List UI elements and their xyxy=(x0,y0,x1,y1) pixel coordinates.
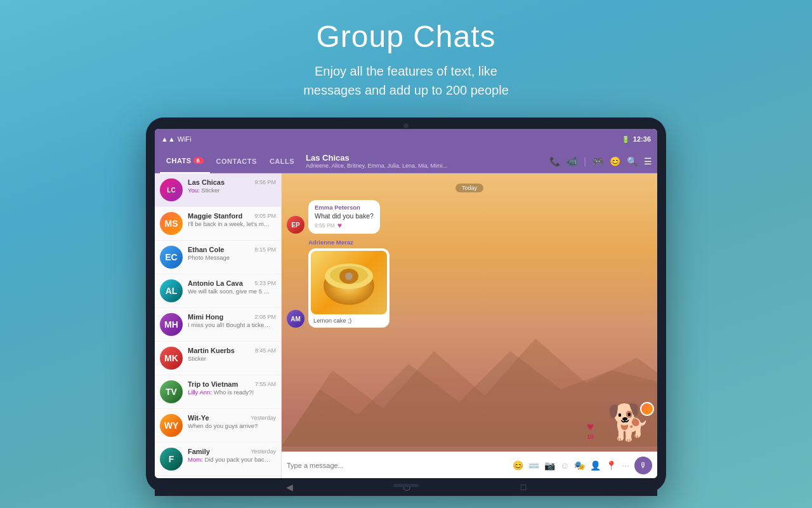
chat-name-row: Maggie Stanford 9:05 PM xyxy=(188,212,276,220)
status-bar-left: ▲▲ WiFi xyxy=(161,135,212,143)
image-caption: Lemon cake ;) xyxy=(311,314,387,325)
chat-time: 8:15 PM xyxy=(254,246,276,253)
tab-calls-label: CALLS xyxy=(270,157,294,165)
list-item[interactable]: EC Ethan Cole 8:15 PM Photo Message xyxy=(155,241,281,274)
tablet-frame: ▲▲ WiFi 🔋 12:36 CHATS 6 CONTACTS CALLS L… xyxy=(146,117,666,492)
avatar: EC xyxy=(160,246,183,269)
heart-reaction-icon: ♥ xyxy=(337,221,342,230)
gif-icon[interactable]: 🎭 xyxy=(574,460,585,471)
tab-chats-badge: 6 xyxy=(193,157,204,164)
list-item[interactable]: MK Martin Kuerbs 8:45 AM Sticker xyxy=(155,342,281,375)
menu-icon[interactable]: ☰ xyxy=(644,156,652,166)
search-icon[interactable]: 🔍 xyxy=(627,156,638,166)
tablet-screen: ▲▲ WiFi 🔋 12:36 CHATS 6 CONTACTS CALLS L… xyxy=(155,129,657,478)
chat-name: Antonio La Cava xyxy=(188,279,243,287)
emoji-nav-icon[interactable]: 😊 xyxy=(610,156,620,166)
back-button[interactable]: ◀ xyxy=(286,482,293,492)
bottom-nav: ◀ ⬡ □ xyxy=(155,478,657,496)
status-time: 12:36 xyxy=(633,135,651,143)
message-time: 9:55 PM ♥ xyxy=(315,221,374,230)
message-sender: Emma Peterson xyxy=(315,204,374,211)
location-icon[interactable]: 📍 xyxy=(606,460,617,471)
nav-right-icons: 📞 📹 | 🎮 😊 🔍 ☰ xyxy=(549,156,652,166)
chat-name: Maggie Stanford xyxy=(188,212,242,220)
chat-name-row: Martin Kuerbs 8:45 AM xyxy=(188,347,276,354)
chat-list: LC Las Chicas 9:56 PM You: Sticker MS xyxy=(155,173,282,478)
tab-chats[interactable]: CHATS 6 xyxy=(160,149,210,173)
mic-button[interactable]: 🎙 xyxy=(634,457,652,474)
sticker-icon[interactable]: ☺ xyxy=(560,460,569,471)
heart-reactions: ♥ 10 xyxy=(587,420,594,440)
tab-contacts-label: CONTACTS xyxy=(216,157,257,165)
chat-name-row: Antonio La Cava 5:23 PM xyxy=(188,279,276,287)
avatar: F xyxy=(160,448,183,471)
avatar: MH xyxy=(160,313,183,336)
chat-info: Family Yesterday Mom: Did you pack your … xyxy=(188,448,276,463)
page-header: Group Chats Enjoy all the features of te… xyxy=(303,19,509,100)
list-item[interactable]: F Family Yesterday Mom: Did you pack you… xyxy=(155,443,281,476)
heart-count: 10 xyxy=(587,434,594,440)
more-icon[interactable]: ··· xyxy=(622,460,629,471)
gamepad-icon[interactable]: 🎮 xyxy=(593,156,603,166)
image-bubble: Lemon cake ;) xyxy=(308,248,390,328)
divider: | xyxy=(584,156,586,166)
chat-preview: Photo Message xyxy=(188,254,270,261)
list-item[interactable]: TV Trip to Vietnam 7:55 AM Lilly Ann: Wh… xyxy=(155,375,281,409)
avatar: TV xyxy=(160,380,183,403)
contact-icon[interactable]: 👤 xyxy=(590,460,601,471)
avatar: AL xyxy=(160,279,183,302)
avatar: MS xyxy=(160,212,183,235)
chat-info: Mimi Hong 2:08 PM I miss you all! Bought… xyxy=(188,313,276,328)
chat-time: 9:56 PM xyxy=(254,179,276,185)
wifi-icon: WiFi xyxy=(178,135,192,143)
chat-time: 7:55 AM xyxy=(255,381,276,387)
chat-name: Family xyxy=(188,448,210,455)
chat-name-row: Ethan Cole 8:15 PM xyxy=(188,246,276,253)
chat-info: Trip to Vietnam 7:55 AM Lilly Ann: Who i… xyxy=(188,380,276,396)
recents-button[interactable]: □ xyxy=(521,482,526,492)
list-item[interactable]: MS Maggie Stanford 9:05 PM I'll be back … xyxy=(155,207,281,241)
call-icon[interactable]: 📞 xyxy=(549,156,560,166)
list-item[interactable]: LC Las Chicas 9:56 PM You: Sticker xyxy=(155,173,281,207)
list-item[interactable]: AL Antonio La Cava 5:23 PM We will talk … xyxy=(155,274,281,308)
active-chat-info: Las Chicas Adrieene, Alice, Britney, Emm… xyxy=(301,153,549,169)
list-item[interactable]: WY Wit-Ye Yesterday When do you guys arr… xyxy=(155,409,281,443)
chat-info: Wit-Ye Yesterday When do you guys arrive… xyxy=(188,414,276,429)
chat-info: Martin Kuerbs 8:45 AM Sticker xyxy=(188,347,276,362)
signal-icon: ▲▲ xyxy=(161,135,175,143)
message-input[interactable] xyxy=(287,462,508,469)
list-item[interactable]: MH Mimi Hong 2:08 PM I miss you all! Bou… xyxy=(155,308,281,342)
today-badge: Today xyxy=(287,181,652,192)
chat-area: Today EP Emma Peterson What did you bake… xyxy=(282,173,657,478)
chat-preview: I miss you all! Bought a ticket for next… xyxy=(188,321,270,328)
keyboard-icon[interactable]: ⌨️ xyxy=(528,460,539,471)
battery-icon: 🔋 xyxy=(622,136,629,143)
page-title: Group Chats xyxy=(303,19,509,54)
chat-time: Yesterday xyxy=(251,448,276,455)
heart-icon: ♥ xyxy=(587,420,594,434)
chat-name: Trip to Vietnam xyxy=(188,380,238,388)
emoji-icon[interactable]: 😊 xyxy=(513,460,523,471)
page-subtitle: Enjoy all the features of text, likemess… xyxy=(303,62,509,100)
chat-name: Wit-Ye xyxy=(188,414,209,422)
tab-contacts[interactable]: CONTACTS xyxy=(210,149,263,173)
input-bar: 😊 ⌨️ 📷 ☺ 🎭 👤 📍 ··· 🎙 xyxy=(282,451,657,478)
video-icon[interactable]: 📹 xyxy=(566,156,577,166)
home-button[interactable]: ⬡ xyxy=(403,482,410,492)
chat-name: Martin Kuerbs xyxy=(188,347,235,354)
status-bar-right: 🔋 12:36 xyxy=(622,135,651,143)
message-image xyxy=(311,251,387,314)
message-row: EP Emma Peterson What did you bake? 9:55… xyxy=(287,200,652,234)
message-row: AM Adrienne Meraz xyxy=(287,239,652,328)
svg-point-6 xyxy=(345,272,353,280)
message-bubble: Emma Peterson What did you bake? 9:55 PM… xyxy=(308,200,380,234)
chat-preview: Sticker xyxy=(188,355,270,362)
message-avatar: EP xyxy=(287,216,304,234)
chat-name-row: Family Yesterday xyxy=(188,448,276,455)
tab-calls[interactable]: CALLS xyxy=(263,149,301,173)
chat-time: Yesterday xyxy=(251,415,276,421)
input-icons: 😊 ⌨️ 📷 ☺ 🎭 👤 📍 ··· xyxy=(513,460,629,471)
chat-name-row: Las Chicas 9:56 PM xyxy=(188,178,276,186)
chat-name: Mimi Hong xyxy=(188,313,223,321)
camera-icon[interactable]: 📷 xyxy=(544,460,555,471)
